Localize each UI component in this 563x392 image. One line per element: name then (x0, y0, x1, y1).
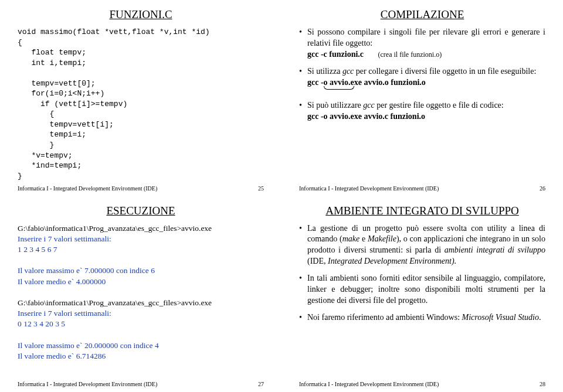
slide-footer: Informatica I - Integrated Development E… (18, 377, 264, 387)
bullet-icon: • (299, 100, 307, 122)
bullet-icon: • (299, 273, 307, 306)
italic: Microsoft Visual Studio (462, 313, 539, 322)
note-text: (crea il file funzioni.o) (378, 50, 442, 59)
footer-label: Informatica I - Integrated Development E… (18, 381, 157, 387)
underbrace-icon (324, 86, 354, 90)
bullet-icon: • (299, 27, 307, 60)
slide-28: AMBIENTE INTEGRATO DI SVILUPPO • La gest… (282, 196, 563, 393)
slide-footer: Informatica I - Integrated Development E… (18, 182, 264, 192)
italic: gcc (363, 101, 374, 110)
bullet-icon: • (299, 66, 307, 95)
code-block: void massimo(float *vett,float *v,int *i… (18, 27, 264, 181)
italic: gcc (342, 67, 354, 76)
console-line: Inserire i 7 valori settimanali: (18, 308, 264, 319)
slide-footer: Informatica I - Integrated Development E… (299, 377, 545, 387)
t: Noi faremo riferimento ad ambienti Windo… (307, 313, 462, 322)
bullet-text: In tali ambienti sono forniti editor sen… (307, 273, 545, 306)
t: e (359, 234, 368, 243)
t: . (539, 313, 541, 322)
slide-title: AMBIENTE INTEGRATO DI SVILUPPO (299, 204, 545, 217)
bullet-icon: • (299, 312, 307, 323)
slide-content: G:\fabio\informatica1\Prog_avanzata\es_g… (18, 223, 264, 378)
slide-27: ESECUZIONE G:\fabio\informatica1\Prog_av… (0, 196, 282, 393)
console-line: Il valore medio e` 4.000000 (18, 277, 264, 287)
slide-title: COMPILAZIONE (299, 8, 545, 21)
footer-label: Informatica I - Integrated Development E… (299, 185, 439, 192)
page-number: 26 (540, 185, 545, 192)
bullet-item: • Si utilizza gcc per collegare i divers… (299, 66, 545, 95)
console-line: 0 12 3 4 20 3 5 (18, 319, 264, 329)
slide-content: • Si possono compilare i singoli file pe… (299, 27, 545, 182)
t: (IDE, (307, 257, 328, 265)
page-number: 28 (540, 381, 545, 387)
console-line: Inserire i 7 valori settimanali: (18, 234, 264, 244)
page-number: 25 (258, 185, 264, 192)
bullet-item: • Si può utilizzare gcc per gestire file… (299, 100, 545, 122)
bullet-text: per gestire file oggetto e file di codic… (375, 101, 504, 110)
slide-26: COMPILAZIONE • Si possono compilare i si… (282, 0, 563, 196)
console-line: 1 2 3 4 5 6 7 (18, 244, 264, 255)
bullet-icon: • (299, 223, 307, 268)
console-line: G:\fabio\informatica1\Prog_avanzata\es_g… (18, 223, 264, 234)
bullet-text: per collegare i diversi file oggetto in … (354, 67, 536, 76)
slide-title: ESECUZIONE (18, 204, 264, 217)
footer-label: Informatica I - Integrated Development E… (18, 185, 157, 192)
bullet-item: • Si possono compilare i singoli file pe… (299, 27, 545, 60)
bullet-item: • In tali ambienti sono forniti editor s… (299, 273, 545, 306)
console-line: Il valore massimo e` 7.000000 con indice… (18, 265, 264, 276)
bullet-text: Si possono compilare i singoli file per … (307, 28, 545, 47)
italic: make (342, 234, 360, 243)
slide-footer: Informatica I - Integrated Development E… (299, 182, 545, 192)
slide-title: FUNZIONI.C (18, 8, 264, 21)
slide-content: void massimo(float *vett,float *v,int *i… (18, 27, 264, 182)
italic: Makefile (368, 234, 396, 243)
console-line: G:\fabio\informatica1\Prog_avanzata\es_g… (18, 298, 264, 308)
italic: ambienti integrati di sviluppo (445, 246, 545, 254)
cmd-text: gcc -o avvio.exe avvio.c funzioni.o (307, 112, 425, 121)
cmd-text: gcc -o avvio.exe avvio.o funzioni.o (307, 78, 426, 87)
bullet-item: • La gestione di un progetto può essere … (299, 223, 545, 268)
cmd-text: gcc -c funzioni.c (307, 50, 364, 59)
bullet-text: Si può utilizzare (307, 101, 363, 110)
bullet-text: Si utilizza (307, 67, 342, 76)
page-number: 27 (258, 381, 264, 387)
console-line: Il valore medio e` 6.714286 (18, 351, 264, 362)
bullet-item: • Noi faremo riferimento ad ambienti Win… (299, 312, 545, 323)
slide-25: FUNZIONI.C void massimo(float *vett,floa… (0, 0, 282, 196)
console-line: Il valore massimo e` 20.000000 con indic… (18, 340, 264, 351)
italic: Integrated Development Environment). (328, 257, 456, 265)
footer-label: Informatica I - Integrated Development E… (299, 381, 439, 387)
slide-content: • La gestione di un progetto può essere … (299, 223, 545, 378)
